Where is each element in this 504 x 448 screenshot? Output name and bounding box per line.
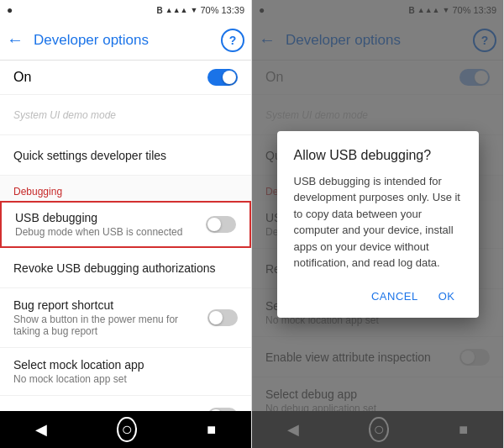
usb-debugging-toggle[interactable]: [206, 216, 236, 233]
usb-debugging-subtitle: Debug mode when USB is connected: [15, 226, 206, 238]
revoke-usb-title: Revoke USB debugging authorizations: [13, 261, 216, 275]
usb-debugging-text: USB debugging Debug mode when USB is con…: [15, 211, 206, 238]
battery-level: 70%: [200, 5, 218, 15]
dialog-overlay: Allow USB debugging? USB debugging is in…: [252, 0, 503, 448]
bug-report-row[interactable]: Bug report shortcut Show a button in the…: [0, 288, 251, 348]
bug-report-title: Bug report shortcut: [13, 298, 207, 312]
quick-settings-title: Quick settings developer tiles: [13, 149, 238, 162]
status-bar-left-icons: ●: [7, 4, 13, 16]
status-bar-left: ● B ▲▲▲ ▼ 70% 13:39: [0, 0, 251, 20]
back-button-left[interactable]: ←: [7, 30, 24, 50]
dialog-content: USB debugging is intended for developmen…: [294, 173, 462, 271]
mock-location-row[interactable]: Select mock location app No mock locatio…: [0, 348, 251, 396]
bluetooth-icon: B: [157, 6, 163, 15]
system-ui-title: System UI demo mode: [13, 109, 238, 121]
mock-location-subtitle: No mock location app set: [13, 373, 238, 385]
dialog-ok-button[interactable]: OK: [432, 285, 462, 308]
time-display: 13:39: [221, 5, 244, 15]
right-phone-panel: ● B ▲▲▲ ▼ 70% 13:39 ← Developer options …: [252, 0, 504, 448]
revoke-usb-row[interactable]: Revoke USB debugging authorizations: [0, 248, 251, 288]
music-icon: ●: [7, 4, 13, 16]
left-phone-panel: ● B ▲▲▲ ▼ 70% 13:39 ← Developer options …: [0, 0, 252, 448]
usb-debugging-dialog: Allow USB debugging? USB debugging is in…: [277, 131, 479, 318]
status-bar-right-icons: B ▲▲▲ ▼ 70% 13:39: [157, 5, 244, 15]
dialog-actions: CANCEL OK: [294, 285, 462, 308]
quick-settings-row[interactable]: Quick settings developer tiles: [0, 135, 251, 176]
home-nav-icon-left[interactable]: ○: [117, 417, 136, 442]
usb-debugging-row[interactable]: USB debugging Debug mode when USB is con…: [0, 201, 251, 248]
system-ui-row[interactable]: System UI demo mode: [0, 95, 251, 135]
debugging-section-header: Debugging: [0, 176, 251, 201]
mock-location-text: Select mock location app No mock locatio…: [13, 358, 238, 385]
on-label: On: [13, 70, 31, 85]
bug-report-toggle-thumb: [209, 311, 223, 324]
toggle-thumb: [223, 71, 236, 84]
content-left: On System UI demo mode Quick settings de…: [0, 61, 251, 411]
app-bar-left: ← Developer options ?: [0, 20, 251, 61]
dialog-cancel-button[interactable]: CANCEL: [365, 285, 425, 308]
dialog-title: Allow USB debugging?: [294, 148, 462, 163]
usb-toggle-thumb: [207, 218, 221, 231]
recent-nav-icon-left[interactable]: ■: [207, 421, 216, 439]
on-off-row[interactable]: On: [0, 61, 251, 95]
on-off-toggle[interactable]: [207, 69, 238, 86]
view-attribute-toggle[interactable]: [207, 408, 238, 412]
nav-bar-left: ◀ ○ ■: [0, 411, 251, 448]
page-title-left: Developer options: [34, 32, 221, 49]
wifi-icon: ▼: [191, 6, 198, 14]
signal-icon: ▲▲▲: [165, 6, 188, 14]
mock-location-title: Select mock location app: [13, 358, 238, 372]
view-attribute-toggle-thumb: [209, 409, 223, 412]
bug-report-toggle[interactable]: [207, 309, 238, 326]
quick-settings-text: Quick settings developer tiles: [13, 149, 238, 162]
help-button-left[interactable]: ?: [221, 29, 244, 52]
bug-report-subtitle: Show a button in the power menu for taki…: [13, 314, 207, 337]
back-nav-icon-left[interactable]: ◀: [35, 420, 47, 439]
view-attribute-row[interactable]: Enable view attribute inspection: [0, 396, 251, 411]
bug-report-text: Bug report shortcut Show a button in the…: [13, 298, 207, 337]
system-ui-text: System UI demo mode: [13, 109, 238, 121]
usb-debugging-title: USB debugging: [15, 211, 206, 224]
